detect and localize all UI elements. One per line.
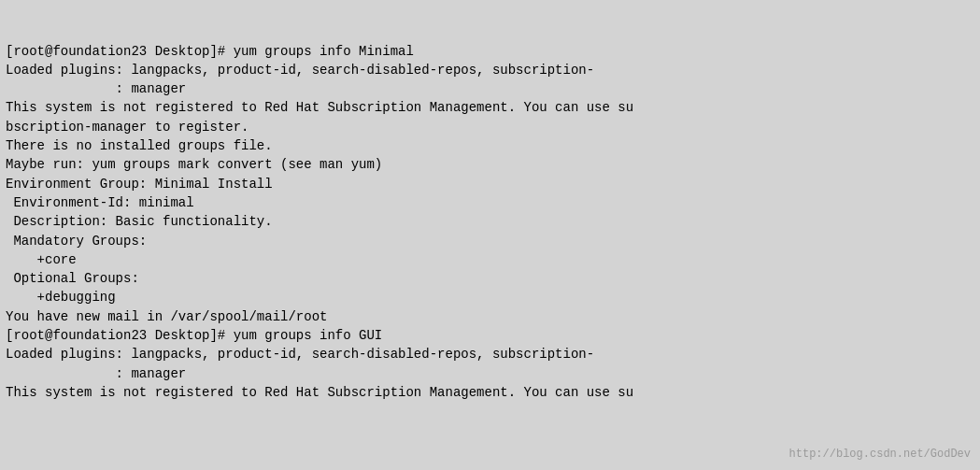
terminal-line: Environment-Id: minimal (6, 193, 974, 212)
terminal-line: : manager (6, 364, 974, 383)
terminal-line: +core (6, 250, 974, 269)
terminal-line: There is no installed groups file. (6, 136, 974, 155)
terminal-line: bscription-manager to register. (6, 118, 974, 136)
terminal-output: [root@foundation23 Desktop]# yum groups … (6, 4, 974, 402)
terminal-line: This system is not registered to Red Hat… (6, 383, 974, 402)
terminal-line: Loaded plugins: langpacks, product-id, s… (6, 61, 974, 79)
terminal-line: Description: Basic functionality. (6, 212, 974, 231)
terminal-line: Maybe run: yum groups mark convert (see … (6, 155, 974, 174)
watermark: http://blog.csdn.net/GodDev (789, 448, 971, 461)
terminal-line: Optional Groups: (6, 269, 974, 288)
terminal-line: [root@foundation23 Desktop]# yum groups … (6, 326, 974, 345)
terminal-line: Loaded plugins: langpacks, product-id, s… (6, 345, 974, 363)
terminal-line: This system is not registered to Red Hat… (6, 98, 974, 117)
terminal-line: You have new mail in /var/spool/mail/roo… (6, 307, 974, 326)
terminal-line: Mandatory Groups: (6, 232, 974, 250)
terminal-line: Environment Group: Minimal Install (6, 175, 974, 193)
terminal-line: [root@foundation23 Desktop]# yum groups … (6, 42, 974, 61)
terminal-line: +debugging (6, 288, 974, 306)
terminal-window[interactable]: [root@foundation23 Desktop]# yum groups … (0, 0, 980, 470)
terminal-line: : manager (6, 79, 974, 98)
